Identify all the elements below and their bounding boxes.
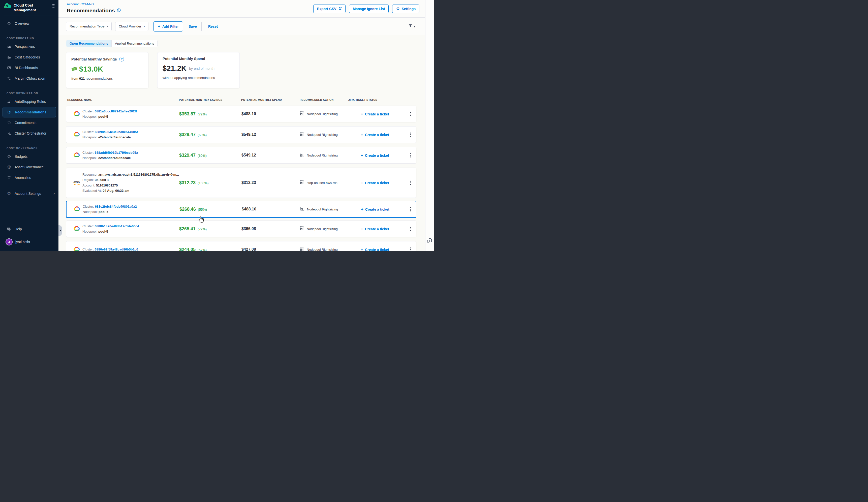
create-ticket-link[interactable]: +Create a ticket — [361, 112, 389, 116]
module-switcher-icon[interactable] — [52, 4, 55, 9]
spend-value: $312.23 — [241, 180, 256, 185]
kebab-menu-icon[interactable] — [409, 152, 412, 158]
create-ticket-label: Create a ticket — [365, 133, 389, 137]
tab-open-recommendations[interactable]: Open Recommendations — [66, 40, 111, 47]
recommendations-table: Cluster: 6881a3ccc887941a4ee202ffNodepoo… — [66, 106, 416, 251]
sidebar-item-help[interactable]: ? Help — [0, 223, 59, 235]
cluster-link[interactable]: 688add6fb019b17f9bccb95a — [94, 151, 138, 155]
info-icon[interactable] — [117, 8, 121, 13]
action-label: Nodepool Rightsizing — [307, 207, 338, 211]
create-ticket-link[interactable]: +Create a ticket — [361, 133, 389, 137]
resource-details: Cluster: 6886e92f59a48cad86b5b1c6 — [82, 247, 138, 251]
sidebar-item-budgets[interactable]: $Budgets — [0, 151, 59, 162]
sidebar-item-cost-categories[interactable]: Cost Categories — [0, 52, 59, 63]
resource-line: Evaluated At: 04 Aug, 06:33 am — [82, 188, 179, 193]
cluster-link[interactable]: 6888b1c70e49db17c1de60c4 — [94, 224, 139, 228]
resource-details: Cluster: 688c2fefc84fbdc99801a0a2Nodepoo… — [83, 204, 137, 215]
cluster-link[interactable]: 6886e92f59a48cad86b5b1c6 — [94, 248, 138, 251]
resource-line: Region: us-east-1 — [82, 177, 179, 183]
spend-note: without applying recommendations — [163, 76, 234, 80]
create-ticket-link[interactable]: +Create a ticket — [361, 207, 389, 211]
manage-ignore-list-button[interactable]: Manage Ignore List — [349, 4, 389, 13]
help-chat-icon: ? — [7, 227, 11, 232]
sidebar-item-autostopping-rules[interactable]: AutoStopping Rules — [0, 96, 59, 107]
sidebar-item-bi-dashboards[interactable]: BI Dashboards — [0, 63, 59, 73]
kebab-menu-icon[interactable] — [409, 180, 412, 186]
help-circle-icon[interactable]: ? — [119, 57, 124, 62]
sidebar-item-cluster-orchestrator[interactable]: Cluster Orchestrator — [0, 128, 59, 139]
table-row[interactable]: awsResource: arn:aws:rds:us-east-1:51161… — [66, 168, 416, 198]
budgets-icon: $ — [7, 154, 11, 159]
resource-line-value: e2standar4autoscale — [98, 156, 131, 160]
table-row[interactable]: Cluster: 6881a3ccc887941a4ee202ffNodepoo… — [66, 106, 416, 122]
cluster-link[interactable]: 6881a3ccc887941a4ee202ff — [94, 109, 137, 113]
save-filter-button[interactable]: Save — [188, 24, 197, 29]
savings-cell: $353.87(72%) — [179, 112, 207, 117]
reset-filter-button[interactable]: Reset — [208, 24, 218, 29]
resource-line-label: Evaluated At: — [82, 189, 103, 192]
add-filter-button[interactable]: + Add Filter — [154, 21, 183, 31]
cluster-link[interactable]: 68898c064e3e2ba0e544005f — [94, 130, 138, 134]
kebab-menu-icon[interactable] — [409, 132, 412, 138]
spend-value: $366.08 — [241, 227, 256, 231]
table-row[interactable]: Cluster: 6886e92f59a48cad86b5b1c6$244.05… — [66, 241, 416, 251]
sidebar-section-header: COST OPTIMIZATION — [0, 88, 59, 96]
header-buttons: Export CSV Manage Ignore List ⚙ Settings — [313, 4, 420, 13]
kebab-menu-icon[interactable] — [409, 226, 412, 232]
create-ticket-label: Create a ticket — [365, 181, 389, 185]
resource-line: Cluster: 688c2fefc84fbdc99801a0a2 — [83, 204, 137, 209]
savings-value: $265.41 — [179, 226, 196, 232]
table-row[interactable]: Cluster: 688c2fefc84fbdc99801a0a2Nodepoo… — [66, 201, 416, 218]
resource-line-value: 04 Aug, 06:33 am — [103, 189, 129, 192]
create-ticket-link[interactable]: +Create a ticket — [361, 227, 389, 231]
create-ticket-link[interactable]: +Create a ticket — [361, 248, 389, 251]
resource-line-value: pool-5 — [99, 210, 108, 214]
cluster-link[interactable]: 688c2fefc84fbdc99801a0a2 — [95, 205, 137, 208]
sidebar-bottom: ? Help J jyoti.bisht — [0, 221, 59, 251]
settings-button[interactable]: ⚙ Settings — [392, 4, 420, 13]
sidebar-item-perspectives[interactable]: Perspectives — [0, 41, 59, 52]
create-ticket-link[interactable]: +Create a ticket — [361, 181, 389, 185]
savings-percent: (72%) — [198, 112, 207, 116]
recommended-action-cell: Nodepool Rightsizing — [300, 153, 338, 158]
table-row[interactable]: Cluster: 6888b1c70e49db17c1de60c4Nodepoo… — [66, 220, 416, 237]
sidebar-item-anomalies[interactable]: Anomalies — [0, 172, 59, 183]
table-row[interactable]: Cluster: 68898c064e3e2ba0e544005fNodepoo… — [66, 126, 416, 143]
sidebar-item-recommendations[interactable]: Recommendations — [2, 107, 56, 117]
tab-applied-recommendations[interactable]: Applied Recommendations — [111, 40, 157, 47]
resource-line: Nodepool: e2standar4autoscale — [82, 135, 138, 140]
home-icon — [7, 21, 11, 26]
sidebar-section-header: COST REPORTING — [0, 33, 59, 41]
kebab-menu-icon[interactable] — [409, 247, 412, 251]
sidebar-divider — [0, 221, 59, 221]
sidebar-item-margin-obfuscation[interactable]: Margin Obfuscation — [0, 73, 59, 84]
sidebar-item-overview[interactable]: Overview — [0, 18, 59, 29]
filter-panel-toggle[interactable]: ▾ — [408, 24, 415, 29]
table-row[interactable]: Cluster: 688add6fb019b17f9bccb95aNodepoo… — [66, 147, 416, 164]
user-menu[interactable]: J jyoti.bisht — [0, 235, 59, 251]
create-ticket-link[interactable]: +Create a ticket — [361, 153, 389, 157]
spend-value: $427.09 — [241, 247, 256, 251]
resource-line: Cluster: 6886e92f59a48cad86b5b1c6 — [82, 247, 138, 251]
export-csv-button[interactable]: Export CSV — [313, 4, 345, 13]
potential-monthly-savings-card: Potential Monthly Savings ? $13.0K from … — [66, 52, 148, 88]
chat-support-icon[interactable] — [427, 238, 433, 244]
action-label: Nodepool Rightsizing — [307, 112, 338, 116]
gcp-icon — [73, 152, 80, 158]
resource-line: Nodepool: pool-5 — [82, 229, 139, 234]
gcp-icon — [73, 111, 80, 117]
resource-line: Cluster: 6881a3ccc887941a4ee202ff — [82, 108, 137, 114]
sidebar-item-asset-governance[interactable]: $Asset Governance — [0, 162, 59, 172]
spend-value: $488.10 — [242, 207, 256, 211]
kebab-menu-icon[interactable] — [409, 111, 412, 117]
money-icon — [71, 66, 77, 72]
account-breadcrumb[interactable]: Account: CCM-NG — [67, 2, 94, 6]
recommendation-type-dropdown[interactable]: Recommendation Type ▾ — [66, 22, 112, 31]
kebab-menu-icon[interactable] — [409, 206, 412, 212]
cloud-provider-dropdown[interactable]: Cloud Provider ▾ — [115, 22, 148, 31]
savings-value: $268.46 — [179, 207, 196, 212]
sidebar-section-header: COST GOVERNANCE — [0, 143, 59, 151]
resource-line-value: arn:aws:rds:us-east-1:511616801275:db:zn… — [98, 172, 179, 176]
sidebar-item-account-settings[interactable]: ⚙ Account Settings › — [0, 188, 59, 199]
sidebar-item-commitments[interactable]: Commitments — [0, 117, 59, 128]
